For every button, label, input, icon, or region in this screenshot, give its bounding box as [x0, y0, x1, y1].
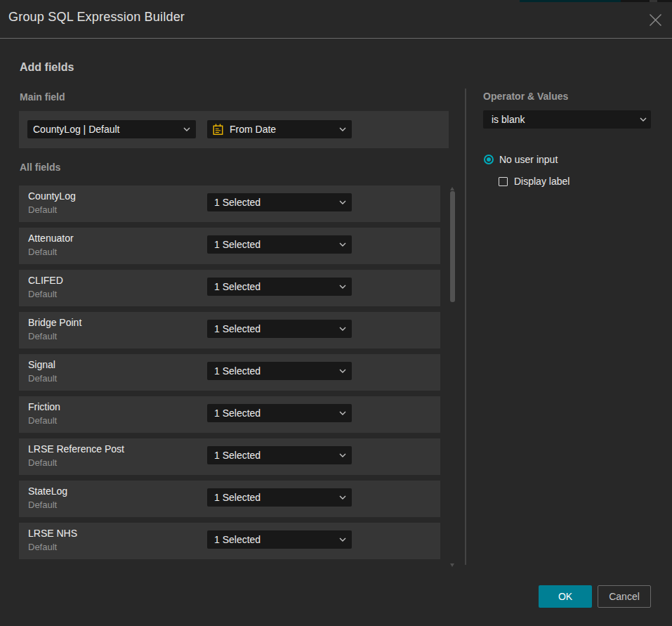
chevron-down-icon	[339, 369, 346, 373]
field-name: StateLog	[28, 485, 67, 497]
radio-dot	[487, 157, 491, 162]
field-name: Bridge Point	[28, 317, 81, 329]
main-value-dropdown[interactable]: From Date	[207, 120, 352, 138]
scrollbar-thumb[interactable]	[450, 191, 455, 302]
dialog-title: Group SQL Expression Builder	[8, 10, 185, 25]
selected-count-value: 1 Selected	[214, 365, 261, 377]
chevron-down-icon	[339, 411, 346, 415]
field-subtitle: Default	[28, 499, 57, 511]
field-name: Attenuator	[28, 233, 74, 244]
chevron-down-icon	[339, 200, 346, 204]
main-field-dropdown[interactable]: CountyLog | Default	[27, 120, 196, 138]
display-label-label: Display label	[514, 176, 569, 187]
selected-count-value: 1 Selected	[214, 323, 261, 334]
background-app-strip	[650, 0, 657, 2]
main-value-dropdown-value: From Date	[230, 124, 276, 135]
list-item: Bridge PointDefault1 Selected	[19, 312, 440, 348]
selected-count-value: 1 Selected	[214, 534, 261, 545]
field-name: Signal	[28, 359, 55, 371]
field-subtitle: Default	[28, 457, 57, 469]
chevron-down-icon	[339, 127, 346, 131]
selected-count-value: 1 Selected	[214, 197, 261, 208]
chevron-down-icon	[339, 285, 346, 289]
chevron-down-icon	[339, 495, 346, 500]
selected-count-dropdown[interactable]: 1 Selected	[207, 278, 352, 296]
chevron-down-icon	[339, 537, 346, 542]
title-divider	[0, 38, 672, 39]
chevron-down-icon	[339, 453, 346, 457]
calendar-icon	[213, 124, 223, 136]
field-subtitle: Default	[28, 288, 57, 300]
all-fields-label: All fields	[20, 162, 60, 173]
selected-count-dropdown[interactable]: 1 Selected	[207, 320, 352, 338]
background-app-strip	[621, 0, 650, 2]
all-fields-list: CountyLogDefault1 SelectedAttenuatorDefa…	[19, 185, 440, 565]
field-name: LRSE Reference Post	[28, 443, 124, 455]
main-field-panel: CountyLog | Default From Date	[19, 111, 449, 148]
field-name: CLIFED	[28, 275, 63, 287]
scrollbar-down-arrow[interactable]	[450, 563, 454, 567]
background-app-strip	[657, 0, 672, 2]
selected-count-value: 1 Selected	[214, 281, 261, 292]
selected-count-dropdown[interactable]: 1 Selected	[207, 404, 352, 422]
selected-count-dropdown[interactable]: 1 Selected	[207, 193, 352, 211]
selected-count-dropdown[interactable]: 1 Selected	[207, 488, 352, 507]
display-label-checkbox[interactable]	[499, 177, 508, 186]
field-subtitle: Default	[28, 541, 57, 553]
chevron-down-icon	[339, 327, 346, 331]
field-name: LRSE NHS	[28, 528, 77, 540]
field-subtitle: Default	[28, 415, 57, 426]
operator-values-label: Operator & Values	[483, 91, 568, 102]
operator-dropdown-value: is blank	[492, 114, 525, 125]
panel-divider	[465, 89, 466, 565]
chevron-down-icon	[339, 242, 346, 247]
selected-count-value: 1 Selected	[214, 239, 261, 250]
chevron-down-icon	[640, 117, 647, 122]
field-subtitle: Default	[28, 372, 57, 384]
selected-count-dropdown[interactable]: 1 Selected	[207, 362, 352, 380]
field-subtitle: Default	[28, 204, 57, 216]
list-item: SignalDefault1 Selected	[19, 354, 440, 391]
field-subtitle: Default	[28, 330, 57, 342]
list-item: CLIFEDDefault1 Selected	[19, 270, 440, 306]
list-item: LRSE NHSDefault1 Selected	[19, 523, 440, 559]
add-fields-heading: Add fields	[20, 61, 74, 74]
selected-count-dropdown[interactable]: 1 Selected	[207, 235, 352, 254]
field-subtitle: Default	[28, 246, 57, 258]
main-field-dropdown-value: CountyLog | Default	[33, 124, 120, 135]
selected-count-value: 1 Selected	[214, 492, 261, 503]
selected-count-dropdown[interactable]: 1 Selected	[207, 446, 352, 464]
list-item: StateLogDefault1 Selected	[19, 481, 440, 517]
close-icon[interactable]	[648, 13, 662, 27]
field-name: CountyLog	[28, 190, 76, 202]
no-user-input-radio[interactable]	[484, 155, 494, 164]
list-item: FrictionDefault1 Selected	[19, 396, 440, 433]
main-field-label: Main field	[20, 91, 65, 103]
scrollbar-up-arrow[interactable]	[450, 187, 454, 190]
list-item: CountyLogDefault1 Selected	[19, 185, 440, 222]
ok-button[interactable]: OK	[539, 585, 592, 608]
selected-count-dropdown[interactable]: 1 Selected	[207, 530, 352, 549]
background-app-strip	[520, 0, 621, 2]
list-item: LRSE Reference PostDefault1 Selected	[19, 438, 440, 475]
selected-count-value: 1 Selected	[214, 407, 261, 419]
no-user-input-label: No user input	[499, 155, 558, 165]
chevron-down-icon	[183, 127, 190, 131]
selected-count-value: 1 Selected	[214, 450, 261, 461]
cancel-button[interactable]: Cancel	[598, 585, 651, 608]
list-item: AttenuatorDefault1 Selected	[19, 228, 440, 264]
field-name: Friction	[28, 401, 60, 413]
operator-dropdown[interactable]: is blank	[483, 110, 651, 129]
